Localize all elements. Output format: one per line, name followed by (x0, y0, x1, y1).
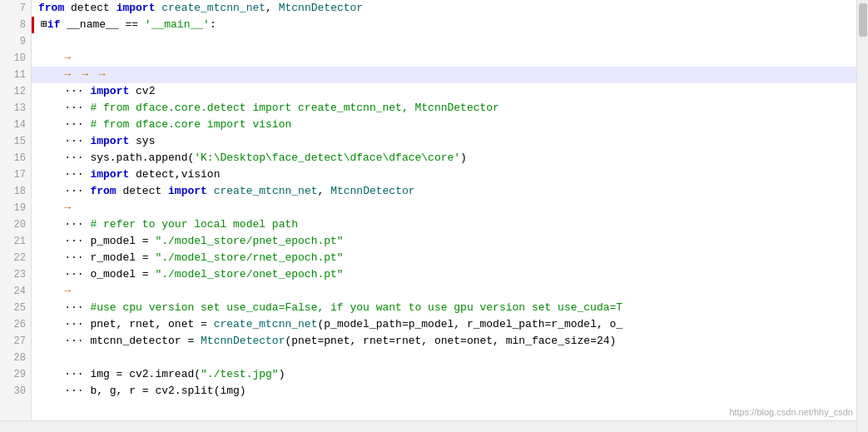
code-line-26: ··· pnet, rnet, onet = create_mtcnn_net(… (32, 316, 856, 333)
code-area[interactable]: from detect import create_mtcnn_net, Mtc… (32, 0, 856, 432)
code-line-16: ··· sys.path.append('K:\Desktop\face_det… (32, 150, 856, 166)
line-num-17: 17 (0, 166, 31, 183)
line-num-29: 29 (0, 366, 31, 383)
line-num-20: 20 (0, 216, 31, 233)
line-num-13: 13 (0, 100, 31, 117)
code-line-7: from detect import create_mtcnn_net, Mtc… (32, 0, 856, 17)
code-line-22: ··· r_model = "./model_store/rnet_epoch.… (32, 250, 856, 266)
code-line-8: ⊞if __name__ == '__main__': (32, 17, 856, 33)
line-num-23: 23 (0, 266, 31, 283)
line-num-11: 11 (0, 67, 31, 83)
line-num-21: 21 (0, 233, 31, 250)
code-line-28 (32, 350, 856, 366)
line-num-25: 25 (0, 300, 31, 316)
line-num-30: 30 (0, 383, 31, 400)
code-line-11: → → → (32, 67, 856, 83)
line-num-12: 12 (0, 83, 31, 100)
line-numbers: 7 8 9 10 11 12 13 14 15 16 17 18 19 20 2… (0, 0, 32, 432)
line-num-24: 24 (0, 283, 31, 300)
code-line-30: ··· b, g, r = cv2.split(img) (32, 383, 856, 400)
line-num-22: 22 (0, 250, 31, 266)
line-num-18: 18 (0, 183, 31, 200)
line-num-16: 16 (0, 150, 31, 166)
line-num-19: 19 (0, 200, 31, 216)
code-line-18: ··· from detect import create_mtcnn_net,… (32, 183, 856, 200)
code-line-13: ··· # from dface.core.detect import crea… (32, 100, 856, 117)
code-line-9 (32, 33, 856, 50)
line-num-15: 15 (0, 133, 31, 150)
code-line-12: ··· import cv2 (32, 83, 856, 100)
line-num-9: 9 (0, 33, 31, 50)
line-num-14: 14 (0, 117, 31, 133)
line-num-8: 8 (0, 17, 31, 33)
line-num-7: 7 (0, 0, 31, 17)
code-line-14: ··· # from dface.core import vision (32, 117, 856, 133)
line-num-28: 28 (0, 350, 31, 366)
editor-container: 7 8 9 10 11 12 13 14 15 16 17 18 19 20 2… (0, 0, 868, 432)
code-line-19: → (32, 200, 856, 216)
code-line-24: → (32, 283, 856, 300)
code-line-20: ··· # refer to your local model path (32, 216, 856, 233)
scrollbar-thumb-y[interactable] (859, 3, 867, 37)
scrollbar-y[interactable] (856, 0, 868, 432)
line-num-26: 26 (0, 316, 31, 333)
code-line-25: ··· #use cpu version set use_cuda=False,… (32, 300, 856, 316)
line-num-27: 27 (0, 333, 31, 350)
code-line-17: ··· import detect,vision (32, 166, 856, 183)
scrollbar-x[interactable] (0, 420, 856, 432)
code-line-29: ··· img = cv2.imread("./test.jpg") (32, 366, 856, 383)
code-line-27: ··· mtcnn_detector = MtcnnDetector(pnet=… (32, 333, 856, 350)
code-line-15: ··· import sys (32, 133, 856, 150)
code-line-23: ··· o_model = "./model_store/onet_epoch.… (32, 266, 856, 283)
code-line-10: → (32, 50, 856, 67)
line-num-10: 10 (0, 50, 31, 67)
code-lines: from detect import create_mtcnn_net, Mtc… (32, 0, 856, 400)
code-line-21: ··· p_model = "./model_store/pnet_epoch.… (32, 233, 856, 250)
